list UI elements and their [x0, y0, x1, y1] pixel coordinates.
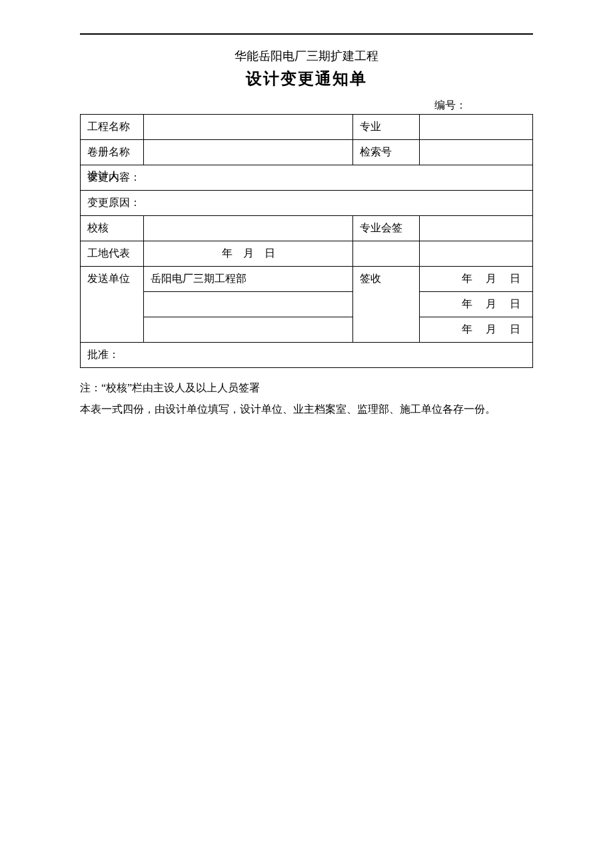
label-change-reason: 变更原因： [87, 196, 526, 210]
note-line-1: 注：“校核”栏由主设人及以上人员签署 [80, 377, 533, 399]
row-change-content: 变更内容： 设计人： [81, 165, 533, 191]
sign-date-2-text: 年 月 日 [426, 297, 526, 311]
label-approve: 批准： [87, 349, 119, 360]
value-volume-name [144, 140, 353, 165]
site-rep-date-text: 年 月 日 [151, 247, 346, 261]
document-title: 设计变更通知单 [80, 68, 533, 89]
value-send-unit-3 [144, 317, 353, 343]
value-review [144, 216, 353, 241]
row-site-rep: 工地代表 年 月 日 [81, 241, 533, 267]
label-index-no: 检索号 [353, 140, 420, 165]
cell-change-content: 变更内容： 设计人： [81, 165, 533, 191]
cell-change-reason: 变更原因： [81, 191, 533, 216]
value-project-name [144, 115, 353, 140]
blank-right [420, 241, 533, 267]
note-line-2: 本表一式四份，由设计单位填写，设计单位、业主档案室、监理部、施工单位各存一份。 [80, 399, 533, 420]
number-label: 编号： [434, 99, 466, 113]
label-specialty: 专业 [353, 115, 420, 140]
row-volume-name: 卷册名称 检索号 [81, 140, 533, 165]
row-approve: 批准： [81, 343, 533, 368]
label-sign-receive: 签收 [353, 267, 420, 343]
value-send-unit-1: 岳阳电厂三期工程部 [144, 267, 353, 292]
label-site-rep: 工地代表 [81, 241, 144, 267]
value-sign-date-2: 年 月 日 [420, 292, 533, 317]
value-cosign [420, 216, 533, 241]
value-send-unit-2 [144, 292, 353, 317]
label-send-unit: 发送单位 [81, 267, 144, 343]
value-sign-date-3: 年 月 日 [420, 317, 533, 343]
form-table: 工程名称 专业 卷册名称 检索号 变更内容： 设计人： 变更原因： 校核 专业 [80, 114, 533, 368]
blank-mid [353, 241, 420, 267]
value-index-no [420, 140, 533, 165]
top-rule [80, 33, 533, 35]
label-project-name: 工程名称 [81, 115, 144, 140]
value-site-rep-date: 年 月 日 [144, 241, 353, 267]
cell-approve: 批准： [81, 343, 533, 368]
label-designer: 设计人： [87, 169, 130, 183]
row-send-unit-3: 年 月 日 [81, 317, 533, 343]
row-project-name: 工程名称 专业 [81, 115, 533, 140]
row-send-unit-1: 发送单位 岳阳电厂三期工程部 签收 年 月 日 [81, 267, 533, 292]
label-volume-name: 卷册名称 [81, 140, 144, 165]
row-send-unit-2: 年 月 日 [81, 292, 533, 317]
project-header: 华能岳阳电厂三期扩建工程 [80, 48, 533, 64]
sign-date-3-text: 年 月 日 [426, 323, 526, 337]
label-review: 校核 [81, 216, 144, 241]
value-sign-date-1: 年 月 日 [420, 267, 533, 292]
value-specialty [420, 115, 533, 140]
label-cosign: 专业会签 [353, 216, 420, 241]
sign-date-1-text: 年 月 日 [426, 272, 526, 286]
notes-block: 注：“校核”栏由主设人及以上人员签署 本表一式四份，由设计单位填写，设计单位、业… [80, 377, 533, 420]
row-change-reason: 变更原因： [81, 191, 533, 216]
label-change-content: 变更内容： [87, 171, 526, 185]
row-review: 校核 专业会签 [81, 216, 533, 241]
